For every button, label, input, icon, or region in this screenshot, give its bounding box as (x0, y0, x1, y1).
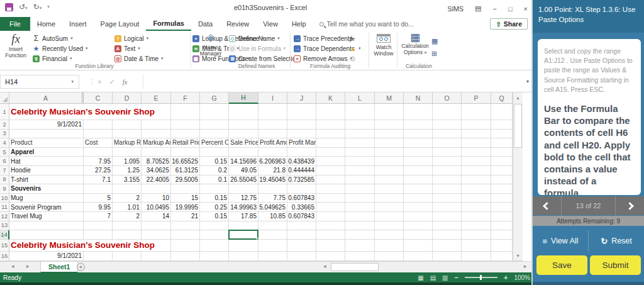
cell-E11[interactable]: 10.0495 (142, 203, 171, 212)
cancel-entry-icon[interactable]: × (97, 78, 101, 86)
cell-K1[interactable] (316, 104, 345, 120)
row-header-14[interactable]: 14 (0, 230, 9, 240)
cell-E14[interactable] (142, 230, 171, 240)
cell-L3[interactable] (345, 130, 375, 139)
cell-N6[interactable] (404, 157, 433, 166)
col-header-I[interactable]: I (258, 92, 287, 104)
cell-C16[interactable] (84, 252, 113, 261)
cell-M12[interactable] (375, 212, 404, 221)
insert-function-fx-icon[interactable]: fx (123, 78, 128, 86)
cell-Q4[interactable] (491, 138, 513, 148)
cell-J7[interactable]: 0.444444 (287, 166, 316, 176)
row-header-9[interactable]: 9 (0, 184, 9, 194)
cell-A6[interactable]: Hat (9, 157, 84, 166)
cell-Q10[interactable] (491, 194, 513, 203)
cell-H5[interactable] (229, 148, 258, 157)
cell-D5[interactable] (113, 148, 142, 157)
cell-J3[interactable] (287, 130, 316, 139)
cell-M6[interactable] (375, 157, 404, 166)
cell-G2[interactable] (200, 120, 229, 130)
cell-F5[interactable] (171, 148, 200, 157)
col-header-G[interactable]: G (200, 92, 229, 104)
cell-A3[interactable] (9, 130, 84, 139)
cell-D3[interactable] (113, 130, 142, 139)
row-header-5[interactable]: 5 (0, 148, 9, 157)
cell-H11[interactable]: 14.99963 (229, 203, 258, 212)
cell-J5[interactable] (287, 148, 316, 157)
cell-A11[interactable]: Souvenir Program (9, 203, 84, 212)
cell-A13[interactable] (9, 221, 84, 231)
cell-H15[interactable] (229, 240, 258, 252)
cell-G13[interactable] (200, 221, 229, 231)
tab-home[interactable]: Home (30, 17, 62, 31)
cell-G7[interactable]: 0.2 (200, 166, 229, 176)
define-name-button[interactable]: ◇Define Name▾ (229, 34, 280, 43)
cell-L14[interactable] (345, 230, 375, 240)
cell-N12[interactable] (404, 212, 433, 221)
cell-F16[interactable] (171, 252, 200, 261)
cell-H12[interactable]: 17.85 (229, 212, 258, 221)
cell-A1[interactable]: Celebrity Musician's Souvenir Shop (9, 104, 84, 120)
calculate-sheet-button[interactable]: ⊞ (431, 47, 437, 59)
cell-A7[interactable]: Hoodie (9, 166, 84, 176)
name-box[interactable]: H14▾ (0, 75, 79, 89)
zoom-level[interactable]: 100% (514, 274, 530, 281)
cell-L6[interactable] (345, 157, 375, 166)
cell-D10[interactable]: 2 (113, 194, 142, 203)
cell-E10[interactable]: 10 (142, 194, 171, 203)
cell-O9[interactable] (433, 184, 462, 194)
cell-D11[interactable]: 1.01 (113, 203, 142, 212)
cell-C9[interactable] (84, 184, 113, 194)
cell-N3[interactable] (404, 130, 433, 139)
row-header-2[interactable]: 2 (0, 120, 9, 130)
cell-P16[interactable] (462, 252, 491, 261)
cell-O16[interactable] (433, 252, 462, 261)
row-header-10[interactable]: 10 (0, 194, 9, 203)
cell-G3[interactable] (200, 130, 229, 139)
cell-P15[interactable] (462, 240, 491, 252)
col-header-K[interactable]: K (316, 92, 345, 104)
cell-H3[interactable] (229, 130, 258, 139)
watch-window-button[interactable]: Watch Window (371, 32, 396, 57)
cell-J11[interactable]: 0.33665 (287, 203, 316, 212)
cell-O8[interactable] (433, 176, 462, 185)
cell-I11[interactable]: 5.049625 (258, 203, 287, 212)
cell-F6[interactable]: 16.65525 (171, 157, 200, 166)
col-header-O[interactable]: O (433, 92, 462, 104)
insert-function-button[interactable]: fx Insert Function (1, 32, 30, 59)
vertical-scroll-thumb[interactable] (514, 104, 522, 148)
cell-M15[interactable] (375, 240, 404, 252)
cell-O14[interactable] (433, 230, 462, 240)
previous-step-button[interactable] (533, 196, 562, 215)
name-manager-button[interactable]: ◈ Name Manager (195, 32, 226, 57)
cell-K7[interactable] (316, 166, 345, 176)
row-header-3[interactable]: 3 (0, 130, 9, 139)
cell-Q3[interactable] (491, 130, 513, 139)
cell-E6[interactable]: 8.70525 (142, 157, 171, 166)
minimize-icon[interactable]: − (492, 5, 496, 13)
calculation-options-button[interactable]: ▦ Calculation Options ▾ (400, 32, 430, 55)
cell-L12[interactable] (345, 212, 375, 221)
cell-D9[interactable] (113, 184, 142, 194)
cell-G1[interactable] (200, 104, 229, 120)
cell-D7[interactable]: 1.25 (113, 166, 142, 176)
cell-Q16[interactable] (491, 252, 513, 261)
cell-P4[interactable] (462, 138, 491, 148)
cell-D14[interactable] (113, 230, 142, 240)
cell-F15[interactable] (171, 240, 200, 252)
cell-J2[interactable] (287, 120, 316, 130)
new-sheet-icon[interactable]: + (77, 263, 85, 271)
cell-K14[interactable] (316, 230, 345, 240)
cell-D2[interactable] (113, 120, 142, 130)
cell-C6[interactable]: 7.95 (84, 157, 113, 166)
cell-G10[interactable]: 0.15 (200, 194, 229, 203)
cell-P7[interactable] (462, 166, 491, 176)
cell-H2[interactable] (229, 120, 258, 130)
cell-D13[interactable] (113, 221, 142, 231)
cell-O13[interactable] (433, 221, 462, 231)
cell-N10[interactable] (404, 194, 433, 203)
row-header-16[interactable]: 16 (0, 252, 9, 261)
cell-E12[interactable]: 14 (142, 212, 171, 221)
cell-A9[interactable]: Souvenirs (9, 184, 84, 194)
cell-H7[interactable]: 49.05 (229, 166, 258, 176)
